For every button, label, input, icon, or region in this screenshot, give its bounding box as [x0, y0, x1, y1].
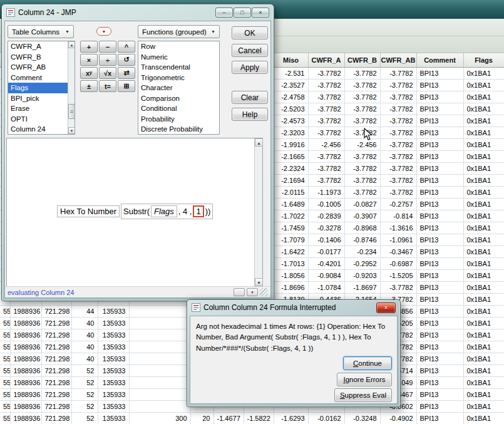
table-cell[interactable]: -0.234 — [344, 246, 380, 257]
table-cell[interactable]: -3.7782 — [308, 103, 344, 115]
table-cell[interactable]: 721.298 — [41, 329, 71, 341]
table-cell[interactable]: -1.7013 — [274, 257, 308, 269]
error-dialog-titlebar[interactable]: Column Column 24 Formula Interrupted × — [187, 300, 400, 315]
table-cell[interactable]: -3.7782 — [380, 162, 416, 174]
table-cell[interactable]: 0x1BA1 — [463, 305, 504, 317]
table-cell[interactable]: 40 — [71, 329, 98, 341]
table-cell[interactable]: BPI13 — [416, 174, 463, 186]
table-cell[interactable]: 55 — [0, 317, 10, 329]
function-group-item-probability[interactable]: Probability — [138, 114, 219, 125]
table-cell[interactable] — [129, 305, 190, 317]
table-cell[interactable]: -0.0162 — [308, 412, 344, 424]
table-cell[interactable]: -1.0961 — [380, 234, 416, 246]
table-cell[interactable]: 135933 — [98, 400, 129, 412]
table-cell[interactable]: -0.2839 — [308, 210, 344, 222]
table-cell[interactable]: 52 — [71, 365, 98, 376]
table-cell[interactable]: 0x1BA1 — [463, 293, 504, 305]
table-cell[interactable]: -0.9203 — [344, 269, 380, 281]
keypad-button-raise-to-power[interactable]: xʸ — [80, 67, 98, 79]
function-group-item-trigonometric[interactable]: Trigonometric — [138, 73, 219, 83]
table-cell[interactable]: 0x1BA1 — [463, 186, 504, 198]
table-cell[interactable]: 0x1BA1 — [463, 329, 504, 341]
table-row[interactable]: 551988936721.2985213593330020-1.4677-1.5… — [0, 412, 504, 424]
table-cell[interactable]: -3.7782 — [344, 186, 380, 198]
table-cell[interactable]: 0x1BA1 — [463, 341, 504, 353]
table-cell[interactable]: -1.8697 — [344, 281, 380, 293]
column-list-item-erase[interactable]: Erase — [8, 103, 68, 114]
table-cell[interactable]: -0.4201 — [308, 257, 344, 269]
table-cell[interactable]: 52 — [71, 376, 98, 388]
table-cell[interactable]: BPI13 — [416, 257, 463, 269]
scroll-up-icon[interactable]: ▲ — [68, 41, 75, 48]
table-cell[interactable]: 55 — [0, 353, 10, 365]
table-cell[interactable]: -2.0115 — [274, 186, 308, 198]
formula-editor-titlebar[interactable]: Column 24 - JMP – □ × — [2, 4, 274, 20]
scroll-down-icon[interactable]: ▼ — [68, 127, 75, 134]
table-cell[interactable]: 55 — [0, 412, 10, 424]
table-cell[interactable]: 20 — [190, 412, 213, 424]
close-button[interactable]: × — [252, 8, 269, 18]
table-cell[interactable]: -0.3467 — [380, 246, 416, 257]
table-cell[interactable]: -1.7079 — [274, 234, 308, 246]
table-cell[interactable]: BPI13 — [416, 150, 463, 162]
table-cell[interactable]: -0.1406 — [308, 234, 344, 246]
column-list-item-flags[interactable]: Flags — [8, 83, 68, 93]
keypad-button-root[interactable]: √x — [99, 67, 116, 79]
table-cell[interactable]: -2.3203 — [274, 127, 308, 138]
table-cell[interactable]: 721.298 — [41, 317, 71, 329]
formula-function-name[interactable]: Hex To Number — [57, 205, 120, 217]
table-cell[interactable]: 0x1BA1 — [463, 365, 504, 376]
cancel-button[interactable]: Cancel — [232, 44, 268, 57]
column-list-item-comment[interactable]: Comment — [8, 73, 68, 83]
formula-panel-scrollbar[interactable]: ▲ ▼ — [254, 138, 262, 286]
column-list-item-bpi-pick[interactable]: BPI_pick — [8, 93, 68, 104]
table-cell[interactable]: 1988936 — [10, 341, 41, 353]
table-cell[interactable]: -3.7782 — [308, 127, 344, 138]
clear-button[interactable]: Clear — [232, 91, 268, 104]
resize-grip[interactable] — [260, 288, 268, 296]
column-list-item-cwfr-ab[interactable]: CWFR_AB — [8, 62, 68, 73]
table-cell[interactable]: -3.7782 — [344, 103, 380, 115]
table-cell[interactable]: -0.3907 — [344, 210, 380, 222]
keypad-button-minus[interactable]: − — [99, 41, 116, 53]
table-cell[interactable]: -3.7782 — [308, 115, 344, 127]
table-cell[interactable]: 44 — [71, 305, 98, 317]
table-cell[interactable]: -2.4573 — [274, 115, 308, 127]
table-cell[interactable] — [129, 341, 190, 353]
table-cell[interactable]: -3.7782 — [344, 174, 380, 186]
table-cell[interactable] — [129, 317, 190, 329]
table-cell[interactable]: BPI13 — [416, 293, 463, 305]
table-cell[interactable]: -2.4758 — [274, 91, 308, 103]
minimize-button[interactable]: – — [215, 8, 233, 18]
table-cell[interactable]: 55 — [0, 341, 10, 353]
table-cell[interactable]: 40 — [71, 341, 98, 353]
table-cell[interactable]: 1988936 — [10, 305, 41, 317]
table-cell[interactable]: 55 — [0, 305, 10, 317]
table-cell[interactable]: BPI13 — [416, 329, 463, 341]
table-cell[interactable]: 40 — [71, 317, 98, 329]
keypad-button-switch-terms[interactable]: ↺ — [118, 54, 135, 66]
scroll-up-icon[interactable]: ▲ — [255, 138, 263, 147]
table-cell[interactable]: 135933 — [98, 341, 129, 353]
keypad-button-multiply[interactable]: × — [80, 54, 98, 66]
columns-list-scrollbar[interactable]: ▲ ≡ ▼ — [68, 41, 75, 134]
functions-dropdown[interactable]: Functions (grouped) ▼ — [138, 25, 220, 38]
table-cell[interactable]: -3.7782 — [380, 79, 416, 91]
table-cell[interactable]: 52 — [71, 412, 98, 424]
table-cell[interactable]: 721.298 — [41, 388, 71, 400]
table-cell[interactable]: -2.1665 — [274, 150, 308, 162]
keypad-button-boxing[interactable]: ⊞ — [118, 80, 135, 92]
table-cell[interactable]: -2.456 — [308, 138, 344, 150]
table-cell[interactable]: BPI13 — [416, 210, 463, 222]
table-cell[interactable] — [129, 400, 190, 412]
keypad-button-power[interactable]: ^ — [118, 41, 135, 53]
table-cell[interactable]: 0x1BA1 — [463, 174, 504, 186]
table-cell[interactable]: -3.7782 — [380, 103, 416, 115]
table-cell[interactable]: BPI13 — [416, 376, 463, 388]
table-cell[interactable]: BPI13 — [416, 67, 463, 79]
table-cell[interactable]: 135933 — [98, 317, 129, 329]
table-cell[interactable]: BPI13 — [416, 91, 463, 103]
table-cell[interactable]: BPI13 — [416, 198, 463, 210]
table-cell[interactable]: 0x1BA1 — [463, 353, 504, 365]
table-cell[interactable]: BPI13 — [416, 103, 463, 115]
